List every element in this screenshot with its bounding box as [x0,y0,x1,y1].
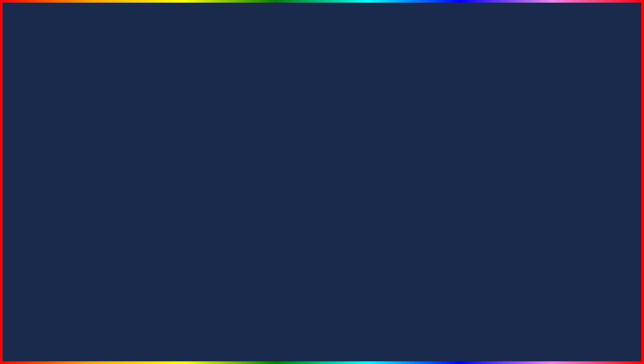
menu-item-select-weapon: Select Weapon Select Weapon For Auto Far… [453,158,593,175]
menu-item-attack-cooldown: Attack Cooldown Type something ✏ [453,144,593,158]
select-door-dropdown[interactable]: Select... ▼ [168,153,191,159]
menu-item-auto-farm-level: Auto Farm Level/Mob ✓ [453,191,593,203]
window-title-left: Void Hub [56,110,75,115]
version-right: Version Pc [453,206,593,209]
auto-farm-group: AUTO FARM [27,307,250,349]
main-title: BLOX FRUITS [0,10,644,71]
select-weapon-label: Select Weapon [453,162,499,167]
fruits-logo-text: FRUITS [547,332,607,350]
titlebar-right: ☽ Void Hub × [449,107,597,117]
hand-icon-2[interactable]: ☜ [186,166,191,174]
close-button-left[interactable]: × [189,109,192,115]
select-door-label: Select Door [51,154,73,159]
select-door-right: Select... ▼ [168,153,191,159]
x-text: X [596,306,611,331]
menu-item-select-door: Select Door Select... ▼ [51,149,191,163]
fast-attack-dropdown[interactable]: Normal Fast Attack ▼ [553,132,593,139]
fruits-text: FRUITS [341,11,550,70]
moon-status-title: Moon Status [109,196,204,202]
window-title-right: Void Hub [459,110,477,115]
auto-farm-info: Auto Farm Auto Kill Mobs. [453,178,475,187]
search-icon-left: 🔍 [50,119,55,123]
dropdown-arrow-door: ▼ [185,154,189,158]
blox-text: BLOX [94,11,253,70]
moon-status-sub: Full Moon 50% [109,203,204,208]
bottom-text-group: AUTO FARM SCRIPT PASTEBIN [27,307,503,349]
fast-attack-value: Normal Fast Attack [555,134,586,138]
close-button-right[interactable]: × [591,109,594,115]
window-subtitle-left: Teleport To Temple Of Time For Use All O… [51,128,191,132]
dropdown-arrow-fast-attack: ▼ [588,134,591,138]
bl-text: BL [544,306,573,331]
menu-item-fast-attack: Select Fast Attack Mode Fast Attack Mode… [453,128,593,144]
title-right-group: ☽ Void Hub [452,109,477,115]
mystic-title: Mystic Island [109,180,204,186]
auto-farm-sub: Auto Kill Mobs. [453,184,475,187]
script-pastebin-group: SCRIPT PASTEBIN [257,316,503,347]
window-content-right: Select Fast Attack Mode Fast Attack Mode… [449,125,597,213]
skull-emoji: 💀 [579,313,590,324]
fast-attack-sub: Fast Attack Modes For Set Speed. [453,137,504,140]
blox-fruits-logo: BL 💀 X FRUITS [544,306,611,351]
menu-item-auto-farm: Auto Farm Auto Kill Mobs. [453,175,593,191]
attack-cooldown-input[interactable]: Type something ✏ [557,147,593,155]
search-icon-right: 🔍 [452,119,457,123]
auto-farm-label: Auto Farm [453,178,475,183]
titlebar-left: ☽ Void Hub × [47,107,195,117]
url-bar-left: 🔍 https://github.com/Efes0626/VoidHub/ma… [47,117,195,125]
checkbox-auto-farm-level[interactable]: ✓ [588,194,593,200]
void-hub-window-right: ☽ Void Hub × 🔍 https://github.com/Efes06… [448,106,598,214]
title-left-group: ☽ Void Hub [50,109,75,115]
weapon-value: Melee [576,164,586,168]
url-text-left: https://github.com/Efes0626/VoidHub/main… [57,119,146,123]
hand-icon-0[interactable]: ☜ [186,138,191,146]
logo-line-1: BL 💀 X [544,306,611,331]
pencil-icon: ✏ [588,149,591,153]
safe-zone-label: Teleport To Safe Zone [51,193,93,198]
score-line-1: 0,606 [10,301,31,307]
skull-circle: 💀 [575,310,594,328]
moon-icon-left: ☽ [50,109,54,115]
auto-farm-level-label: Auto Farm Level/Mob [453,195,495,200]
fast-attack-label: Select Fast Attack Mode [453,131,504,136]
select-door-value: Select... [171,154,184,158]
dropdown-arrow-weapon: ▼ [588,165,591,168]
mystic-subtitle: Mirage Is Not Spawned! [109,187,204,192]
auto-text: AUTO FARM [27,307,250,349]
attack-cooldown-label: Attack Cooldown [453,149,486,154]
menu-item-teleport-temple: Teleport Temple Of Time ☜ [51,135,191,149]
teleport-temple-label: Teleport Temple Of Time [51,140,98,145]
moon-icon-right: ☽ [452,109,457,115]
teleport-door-label: Teleport Door [51,168,77,173]
type-something-text: Type something [560,149,586,153]
mystic-island-popup: Mystic Island Mirage Is Not Spawned! Moo… [103,175,210,213]
script-text: SCRIPT [257,316,359,347]
fast-attack-info: Select Fast Attack Mode Fast Attack Mode… [453,131,504,140]
pastebin-text: PASTEBIN [364,316,503,347]
url-bar-right: 🔍 https://github.com/Efes0626/VoidHub/ma… [449,117,597,125]
select-weapon-dropdown[interactable]: Melee ▼ [574,163,593,170]
url-text-right: https://github.com/Efes0626/VoidHub/main… [459,119,548,123]
safe-zone-cybo-label: Teleport To Safe Zone [Cybo [51,181,106,186]
select-weapon-info: Select Weapon Select Weapon For Auto Far… [453,162,499,171]
logo-line-2: FRUITS [544,331,611,351]
select-weapon-sub: Select Weapon For Auto Farm. [453,167,499,171]
